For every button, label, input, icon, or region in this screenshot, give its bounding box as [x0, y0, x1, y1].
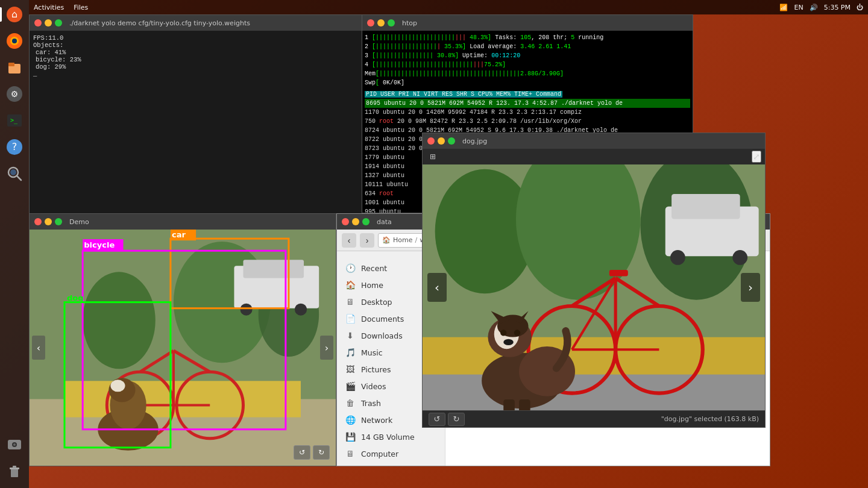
sidebar-icon-help[interactable]: ? [2, 135, 27, 159]
svg-text:dog: dog [67, 293, 84, 302]
iv-rotate-left-button[interactable]: ↺ [429, 413, 445, 426]
window-titlebar-htop: htop [362, 15, 693, 31]
htop-header: PID USER PRI NI VIRT RES SHR S CPU% MEM%… [365, 90, 690, 99]
power-icon: ⏻ [857, 4, 863, 11]
iv-image-area: ‹ › [423, 164, 765, 410]
close-button-demo[interactable] [34, 218, 42, 225]
detection-bicycle: bicycle: 23% [33, 56, 359, 63]
videos-icon: 🎬 [345, 381, 355, 391]
maximize-button-htop[interactable] [388, 19, 395, 27]
iv-prev-button[interactable]: ‹ [427, 273, 447, 302]
sidebar-icon-settings[interactable]: ⚙ [2, 82, 27, 106]
maximize-button-fm[interactable] [362, 218, 370, 225]
fm-sidebar-computer[interactable]: 🖥 Computer [337, 445, 445, 462]
panel-right: 📶 EN 🔊 5:35 PM ⏻ [779, 4, 863, 11]
minimize-button-htop[interactable] [377, 19, 385, 27]
svg-rect-29 [244, 260, 304, 278]
demo-next-button[interactable]: › [320, 336, 333, 360]
fm-sidebar-volume[interactable]: 💾 14 GB Volume [337, 428, 445, 445]
maximize-button-iv[interactable] [448, 137, 455, 145]
location-home: Home [393, 236, 412, 244]
music-icon: 🎵 [345, 348, 355, 357]
close-button-darknet[interactable] [34, 19, 42, 27]
iv-scene-svg [423, 164, 765, 410]
documents-label: Documents [361, 314, 404, 324]
htop-row-2[interactable]: 1170 ubuntu 20 0 1426M 95992 47184 R 23.… [365, 108, 690, 117]
svg-point-76 [503, 339, 514, 345]
svg-point-4 [12, 39, 17, 43]
pictures-label: Pictures [361, 365, 391, 374]
sidebar-icon-harddisk[interactable] [2, 433, 27, 457]
sound-icon: 🔊 [810, 4, 818, 11]
maximize-button-demo[interactable] [55, 218, 62, 225]
svg-point-56 [670, 250, 685, 265]
desktop: ⌂ ⚙ >_ [0, 0, 868, 488]
svg-text:>_: >_ [10, 117, 18, 124]
window-titlebar-demo: Demo [30, 214, 336, 230]
close-button-htop[interactable] [367, 19, 374, 27]
app-sidebar: ⌂ ⚙ >_ [0, 0, 29, 488]
htop-cpu1: 1 [||||||||||||||||||||||||| 48.3%] Task… [365, 33, 690, 42]
music-label: Music [361, 348, 383, 357]
iv-expand-button[interactable]: ⤢ [752, 151, 761, 163]
htop-cpu3: 3 [|||||||||||||||| 30.8%] Uptime: 00:12… [365, 51, 690, 60]
iv-next-button[interactable]: › [741, 273, 760, 302]
documents-icon: 📄 [345, 314, 355, 324]
demo-rotate-left-button[interactable]: ↺ [294, 445, 310, 460]
sidebar-icon-magnifier[interactable] [2, 161, 27, 186]
sidebar-icon-trash[interactable] [2, 459, 27, 483]
svg-point-15 [10, 169, 16, 175]
location-sep: / [415, 236, 417, 244]
svg-point-57 [732, 250, 747, 265]
volume-label: 14 GB Volume [361, 433, 415, 442]
svg-rect-21 [13, 466, 16, 468]
window-titlebar-darknet: ./darknet yolo demo cfg/tiny-yolo.cfg ti… [30, 15, 363, 31]
close-button-fm[interactable] [342, 218, 349, 225]
svg-text:bicycle: bicycle [84, 240, 115, 249]
htop-swap: Swp[ 0K/0K] [365, 78, 690, 87]
objects-line: Objects: [33, 42, 359, 49]
files-menu-label[interactable]: Files [74, 4, 88, 11]
iv-grid-button[interactable]: ⊞ [426, 151, 439, 163]
demo-title: Demo [69, 218, 89, 226]
iv-statusbar: ↺ ↻ "dog.jpg" selected (163.8 kB) [423, 410, 765, 427]
sidebar-icon-files[interactable] [2, 55, 27, 80]
minimize-button-fm[interactable] [352, 218, 359, 225]
svg-rect-58 [423, 337, 765, 381]
recent-icon: 🕐 [345, 263, 355, 273]
htop-row-1[interactable]: 8695 ubuntu 20 0 5821M 692M 54952 R 123.… [365, 99, 690, 108]
sidebar-icon-terminal[interactable]: >_ [2, 108, 27, 133]
minimize-button-darknet[interactable] [45, 19, 52, 27]
iv-rotate-right-button[interactable]: ↻ [448, 413, 465, 426]
fm-sidebar-connect[interactable]: 🔌 Connect to Server [337, 462, 445, 466]
detection-dog: dog: 29% [33, 63, 359, 70]
back-button[interactable]: ‹ [342, 233, 356, 248]
svg-rect-19 [11, 469, 18, 477]
forward-button[interactable]: › [360, 233, 374, 248]
sidebar-bottom [2, 433, 27, 483]
minimize-button-demo[interactable] [45, 218, 52, 225]
iv-status-text: "dog.jpg" selected (163.8 kB) [661, 415, 759, 423]
demo-rotate-right-button[interactable]: ↻ [313, 445, 330, 460]
traffic-lights-iv [427, 137, 455, 145]
demo-prev-button[interactable]: ‹ [32, 336, 45, 360]
top-panel: Activities Files 📶 EN 🔊 5:35 PM ⏻ [29, 0, 868, 14]
traffic-lights-darknet [34, 19, 62, 27]
svg-point-31 [295, 304, 307, 316]
sidebar-icon-firefox[interactable] [2, 29, 27, 53]
minimize-button-iv[interactable] [438, 137, 445, 145]
close-button-iv[interactable] [427, 137, 435, 145]
htop-row-3[interactable]: 750 root 20 0 98M 82472 R 23.3 2.5 2:09.… [365, 117, 690, 126]
terminal-darknet-body[interactable]: FPS:11.0 Objects: car: 41% bicycle: 23% … [30, 31, 363, 219]
computer-label: Computer [361, 449, 398, 458]
maximize-button-darknet[interactable] [55, 19, 62, 27]
svg-point-75 [514, 330, 520, 336]
svg-point-74 [500, 330, 506, 336]
sidebar-icon-home[interactable]: ⌂ [2, 2, 27, 27]
fps-line: FPS:11.0 [33, 34, 359, 42]
home-sidebar-icon: 🏠 [345, 280, 355, 290]
cursor-line: _ [33, 70, 359, 78]
activities-label[interactable]: Activities [34, 4, 64, 11]
network-icon: 📶 [779, 4, 788, 11]
network-sidebar-icon: 🌐 [345, 415, 355, 425]
